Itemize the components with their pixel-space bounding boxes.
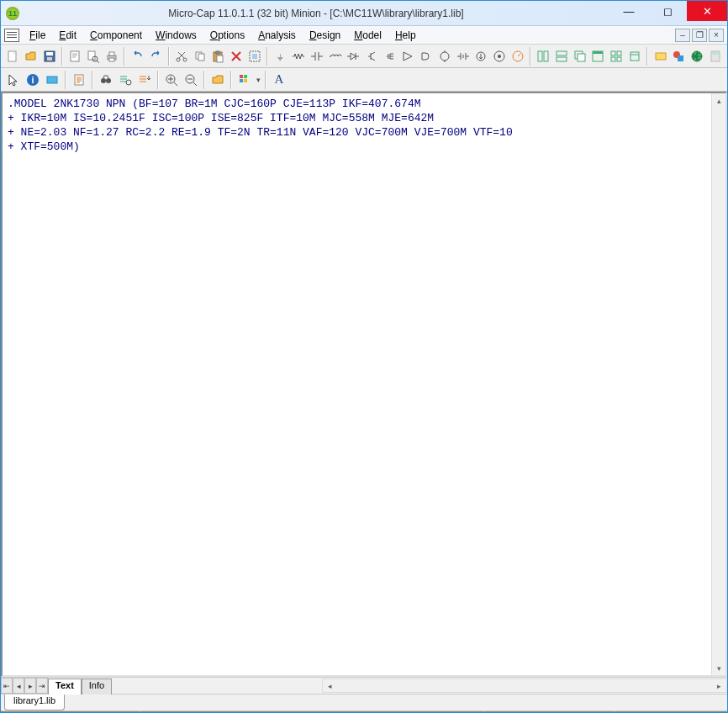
svg-rect-26 <box>538 51 542 61</box>
info-mode-button[interactable]: i <box>24 71 42 89</box>
print-button[interactable] <box>103 47 121 66</box>
copy-button[interactable] <box>191 47 208 66</box>
undo-button[interactable] <box>129 47 146 66</box>
source-button[interactable] <box>435 47 453 66</box>
windows-icon <box>628 50 641 63</box>
text-mode-button[interactable] <box>70 71 88 89</box>
maximize-button[interactable]: ◻ <box>648 1 687 21</box>
battery-button[interactable] <box>454 47 472 66</box>
mdi-controls: – ❐ × <box>675 29 724 42</box>
isource-button[interactable] <box>472 47 490 66</box>
scissors-icon <box>175 50 188 63</box>
tile-v-button[interactable] <box>535 47 552 66</box>
paste-button[interactable] <box>209 47 227 66</box>
mdi-restore-button[interactable]: ❐ <box>692 29 707 42</box>
meter-button[interactable] <box>509 47 526 66</box>
tab-text[interactable]: Text <box>48 679 82 695</box>
print-preview-button[interactable] <box>66 47 84 66</box>
text-editor[interactable]: .MODEL 2NK1730 NPN (BF=107 BR=1M CJC=160… <box>3 93 711 675</box>
folder-tb-button[interactable] <box>208 71 227 89</box>
find-button[interactable] <box>97 71 115 89</box>
inductor-button[interactable] <box>326 47 344 66</box>
palette-button[interactable] <box>235 71 254 89</box>
tab-prev-button[interactable]: ◂ <box>13 678 24 694</box>
svg-point-12 <box>177 58 180 61</box>
cascade-button[interactable] <box>571 47 588 66</box>
svg-rect-10 <box>109 52 114 55</box>
menu-analysis[interactable]: Analysis <box>251 28 303 43</box>
svg-rect-17 <box>216 51 219 54</box>
save-button[interactable] <box>40 47 58 66</box>
new-button[interactable] <box>4 47 22 66</box>
ground-button[interactable]: ⏚ <box>272 47 289 66</box>
horizontal-scrollbar[interactable]: ◂ ▸ <box>322 679 727 693</box>
find-next-button[interactable] <box>116 71 135 89</box>
menu-windows[interactable]: Windows <box>149 28 203 43</box>
menu-options[interactable]: Options <box>203 28 251 43</box>
switch-button[interactable] <box>491 47 509 66</box>
scroll-up-button[interactable]: ▴ <box>712 93 725 108</box>
svg-rect-35 <box>617 51 621 55</box>
redo-button[interactable] <box>147 47 165 66</box>
tab-next-button[interactable]: ▸ <box>24 678 36 694</box>
file-tab[interactable]: library1.lib <box>4 695 65 710</box>
svg-rect-45 <box>712 52 719 55</box>
tab-first-button[interactable]: ⇤ <box>1 678 13 694</box>
mosfet-icon <box>383 50 397 63</box>
svg-rect-42 <box>678 55 683 61</box>
shape-editor-button[interactable] <box>670 47 688 66</box>
svg-rect-48 <box>47 77 57 83</box>
palette-dropdown-button[interactable]: ▾ <box>255 71 261 89</box>
svg-rect-34 <box>611 51 615 55</box>
help-tb-button[interactable] <box>688 47 706 66</box>
tab-info[interactable]: Info <box>82 679 112 695</box>
editor-workspace: .MODEL 2NK1730 NPN (BF=107 BR=1M CJC=160… <box>1 92 727 677</box>
npn-button[interactable] <box>363 47 381 66</box>
tile-h-button[interactable] <box>553 47 571 66</box>
scroll-track[interactable] <box>712 108 725 661</box>
mdi-minimize-button[interactable]: – <box>675 29 690 42</box>
system-menu-icon[interactable] <box>4 29 19 42</box>
menu-component[interactable]: Component <box>83 28 149 43</box>
resistor-button[interactable] <box>290 47 308 66</box>
close-button[interactable]: ✕ <box>687 1 727 21</box>
scroll-left-button[interactable]: ◂ <box>323 682 337 690</box>
svg-point-51 <box>106 78 111 83</box>
menu-design[interactable]: Design <box>303 28 347 43</box>
tab-last-button[interactable]: ⇥ <box>36 678 48 694</box>
zoom-in-button[interactable] <box>162 71 181 89</box>
menu-help[interactable]: Help <box>388 28 423 43</box>
mosfet-button[interactable] <box>381 47 398 66</box>
scroll-right-button[interactable]: ▸ <box>712 682 726 690</box>
menu-file[interactable]: File <box>23 28 52 43</box>
font-button[interactable]: A <box>270 71 288 89</box>
close-all-button[interactable] <box>626 47 644 66</box>
svg-point-13 <box>183 58 187 61</box>
menu-model[interactable]: Model <box>347 28 388 43</box>
diode-button[interactable] <box>345 47 362 66</box>
capacitor-button[interactable] <box>309 47 326 66</box>
menu-edit[interactable]: Edit <box>52 28 83 43</box>
minimize-button[interactable]: — <box>609 1 648 21</box>
component-mode-icon <box>45 73 59 87</box>
vertical-scrollbar[interactable]: ▴ ▾ <box>711 93 725 675</box>
toolbar-divider <box>266 47 268 66</box>
zoom-page-button[interactable] <box>85 47 103 66</box>
opamp-button[interactable] <box>399 47 417 66</box>
replace-button[interactable] <box>135 71 154 89</box>
maximize-win-button[interactable] <box>589 47 607 66</box>
mdi-close-button[interactable]: × <box>709 29 724 42</box>
component-editor-button[interactable] <box>652 47 669 66</box>
cut-button[interactable] <box>173 47 191 66</box>
select-mode-button[interactable] <box>4 71 23 89</box>
delete-button[interactable] <box>228 47 245 66</box>
select-all-button[interactable] <box>245 47 263 66</box>
open-button[interactable] <box>23 47 40 66</box>
arrange-button[interactable] <box>608 47 625 66</box>
gate-button[interactable] <box>418 47 435 66</box>
scroll-down-button[interactable]: ▾ <box>712 661 725 675</box>
window-controls: — ◻ ✕ <box>609 1 727 25</box>
component-mode-button[interactable] <box>43 71 61 89</box>
zoom-out-button[interactable] <box>182 71 200 89</box>
calc-button[interactable] <box>706 47 724 66</box>
